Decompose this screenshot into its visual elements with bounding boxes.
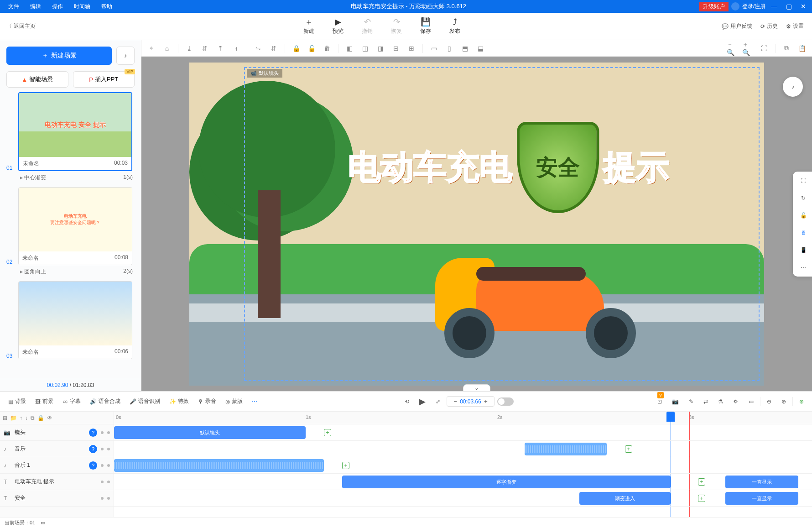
scene-item-3[interactable]: 03 未命名00:06	[6, 281, 135, 359]
visibility-icon[interactable]: 👁	[47, 415, 52, 421]
more-icon[interactable]: ⋯	[798, 262, 809, 273]
insert-ppt-button[interactable]: P插入PPTVIP	[73, 71, 135, 88]
new-scene-button[interactable]: ＋新建场景	[6, 47, 112, 65]
lock-track-icon[interactable]: 🔒	[37, 415, 44, 421]
kf-dot[interactable]	[101, 464, 104, 467]
undo-button[interactable]: ↶撤销	[362, 17, 373, 35]
track-camera[interactable]: 默认镜头 +	[114, 424, 812, 441]
music-button[interactable]: ♪	[116, 47, 135, 65]
fullscreen-button[interactable]: ⤢	[432, 397, 444, 407]
scene-transition[interactable]: ▸ 中心渐变1(s)	[18, 171, 135, 184]
upgrade-account-button[interactable]: 升级账户	[699, 2, 729, 11]
paste-icon[interactable]: 📋	[796, 42, 808, 55]
align-top-icon[interactable]: ⤒	[214, 42, 227, 55]
float-music-button[interactable]: ♪	[783, 77, 803, 97]
new-folder-icon[interactable]: 📁	[10, 415, 17, 421]
add-keyframe-button[interactable]: +	[625, 445, 632, 453]
kf-dot[interactable]	[107, 448, 110, 450]
layer-back-icon[interactable]: ▯	[443, 42, 456, 55]
track-header-music1[interactable]: ♪音乐 1?	[0, 457, 114, 474]
delete-icon[interactable]: 🗑	[321, 42, 333, 55]
copy-icon[interactable]: ⧉	[780, 42, 793, 55]
kf-dot[interactable]	[101, 448, 104, 450]
settings-tool-icon[interactable]: ⛭	[729, 397, 742, 407]
zoom-out-timeline-icon[interactable]: ⊖	[763, 397, 775, 407]
align-right-icon[interactable]: ◨	[374, 42, 387, 55]
layer-up-icon[interactable]: ⬒	[458, 42, 471, 55]
zoom-out-icon[interactable]: －🔍	[727, 42, 739, 55]
align-center-icon[interactable]: ◫	[359, 42, 371, 55]
mobile-icon[interactable]: 📱	[798, 245, 809, 256]
layer-front-icon[interactable]: ▭	[427, 42, 440, 55]
kf-dot[interactable]	[101, 481, 104, 483]
login-link[interactable]: 登录/注册	[742, 3, 765, 10]
expand-icon[interactable]: ⛶	[798, 175, 809, 186]
desktop-icon[interactable]: 🖥	[798, 227, 809, 238]
distribute-icon[interactable]: ⫞	[229, 42, 242, 55]
more-tools-button[interactable]: ⋯	[248, 397, 261, 407]
playhead-marker[interactable]	[666, 412, 675, 422]
track-header-text1[interactable]: T电动车充电 提示	[0, 474, 114, 490]
collapse-panel-button[interactable]: ⌄	[463, 384, 490, 391]
feedback-link[interactable]: 💬用户反馈	[722, 22, 752, 30]
align-h-icon[interactable]: ⊞	[405, 42, 418, 55]
close-button[interactable]: ✕	[797, 3, 809, 10]
track-text2[interactable]: 渐变进入 + 一直显示	[114, 490, 812, 507]
unlock-icon[interactable]: 🔓	[305, 42, 318, 55]
mask-button[interactable]: ◎蒙版	[222, 396, 246, 407]
minimize-button[interactable]: —	[768, 3, 780, 10]
text-clip[interactable]: 渐变进入	[579, 492, 671, 505]
settings-link[interactable]: ⚙设置	[786, 22, 804, 30]
ai-scene-button[interactable]: ▲智能场景	[6, 71, 68, 88]
zoom-in-icon[interactable]: ＋🔍	[742, 42, 755, 55]
help-icon[interactable]: ?	[89, 445, 97, 453]
time-ruler[interactable]: 0s 1s 2s 3s	[114, 412, 812, 424]
kf-dot[interactable]	[101, 497, 104, 500]
cursor-tool-icon[interactable]: ⌖	[145, 42, 158, 55]
kf-dot[interactable]	[107, 431, 110, 434]
align-v-icon[interactable]: ⊟	[390, 42, 402, 55]
menu-edit[interactable]: 编辑	[25, 0, 47, 13]
restart-button[interactable]: ⟲	[401, 397, 413, 407]
lock-icon[interactable]: 🔒	[290, 42, 302, 55]
back-home-button[interactable]: 〈 返回主页	[0, 22, 42, 30]
snapshot-icon[interactable]: 📷	[668, 397, 682, 407]
scene-item-2[interactable]: 02 电动车充电要注意哪些安全问题呢？ 未命名00:08 ▸ 圆角向上2(s)	[6, 187, 135, 278]
camera-clip[interactable]: 默认镜头	[114, 426, 306, 439]
help-icon[interactable]: ?	[89, 461, 97, 470]
subtitle-button[interactable]: ㏄字幕	[59, 396, 84, 407]
time-minus-button[interactable]: −	[451, 398, 460, 405]
play-button[interactable]: ▶	[416, 395, 429, 408]
sort-down-icon[interactable]: ↓	[25, 415, 28, 421]
lock-icon[interactable]: 🔓	[798, 210, 809, 221]
track-header-music[interactable]: ♪音乐?	[0, 441, 114, 457]
align-left-icon[interactable]: ◧	[343, 42, 356, 55]
add-keyframe-button[interactable]: +	[342, 462, 349, 469]
add-clip-icon[interactable]: ⊞	[3, 415, 7, 421]
track-text1[interactable]: 逐字渐变 + 一直显示	[114, 474, 812, 490]
track-header-camera[interactable]: 📷镜头?	[0, 424, 114, 441]
fx-button[interactable]: ✨特效	[166, 396, 193, 407]
rotate-icon[interactable]: ↻	[798, 193, 809, 204]
keyframe-tool-icon[interactable]: ⊡V	[654, 397, 666, 407]
add-keyframe-button[interactable]: +	[324, 429, 331, 436]
asr-button[interactable]: 🎤语音识别	[126, 396, 164, 407]
text-tail-clip[interactable]: 一直显示	[725, 492, 798, 505]
add-keyframe-button[interactable]: +	[698, 495, 705, 502]
save-button[interactable]: 💾保存	[420, 17, 431, 35]
status-layers-icon[interactable]: ▭	[41, 520, 45, 526]
kf-dot[interactable]	[107, 464, 110, 467]
camera-frame[interactable]	[244, 67, 760, 381]
menu-action[interactable]: 操作	[47, 0, 68, 13]
kf-dot[interactable]	[107, 497, 110, 500]
track-music1[interactable]: +	[114, 457, 812, 474]
snap-toggle[interactable]	[497, 397, 514, 406]
publish-button[interactable]: ⤴发布	[449, 17, 460, 35]
fit-icon[interactable]: ⛶	[758, 42, 770, 55]
duplicate-icon[interactable]: ⧉	[31, 415, 35, 421]
text-tail-clip[interactable]: 一直显示	[725, 476, 798, 488]
bg-button[interactable]: ▦背景	[5, 396, 30, 407]
text-clip[interactable]: 逐字渐变	[342, 476, 671, 488]
add-track-button[interactable]: ⊕	[796, 397, 807, 407]
preview-button[interactable]: ▶预览	[333, 17, 344, 35]
